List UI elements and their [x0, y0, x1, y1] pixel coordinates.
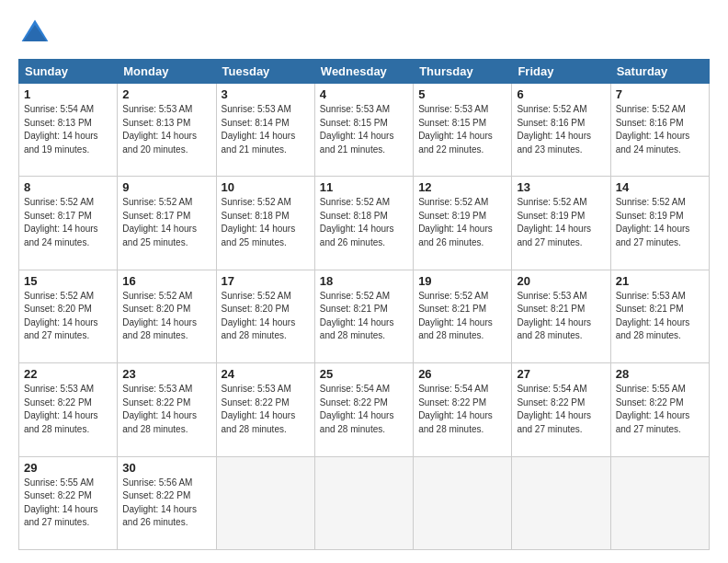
day-cell-13: 13Sunrise: 5:52 AMSunset: 8:19 PMDayligh…: [512, 177, 610, 270]
day-info: Sunrise: 5:52 AMSunset: 8:20 PMDaylight:…: [222, 290, 310, 343]
day-cell-18: 18Sunrise: 5:52 AMSunset: 8:21 PMDayligh…: [314, 270, 413, 362]
col-header-thursday: Thursday: [414, 60, 512, 84]
col-header-wednesday: Wednesday: [314, 60, 413, 84]
day-info: Sunrise: 5:52 AMSunset: 8:21 PMDaylight:…: [320, 290, 408, 343]
day-info: Sunrise: 5:52 AMSunset: 8:20 PMDaylight:…: [24, 290, 112, 343]
col-header-saturday: Saturday: [610, 60, 709, 84]
day-number: 27: [517, 367, 605, 381]
day-number: 30: [122, 461, 210, 475]
day-info: Sunrise: 5:52 AMSunset: 8:17 PMDaylight:…: [24, 196, 112, 249]
day-number: 23: [122, 367, 210, 381]
day-cell-27: 27Sunrise: 5:54 AMSunset: 8:22 PMDayligh…: [512, 363, 610, 456]
day-cell-25: 25Sunrise: 5:54 AMSunset: 8:22 PMDayligh…: [314, 363, 413, 456]
empty-cell: [610, 456, 709, 549]
day-cell-26: 26Sunrise: 5:54 AMSunset: 8:22 PMDayligh…: [414, 363, 512, 456]
day-info: Sunrise: 5:53 AMSunset: 8:22 PMDaylight:…: [222, 383, 310, 436]
day-number: 6: [517, 87, 605, 101]
day-number: 14: [616, 180, 704, 194]
day-number: 25: [320, 367, 408, 381]
day-number: 21: [616, 274, 704, 288]
day-info: Sunrise: 5:54 AMSunset: 8:22 PMDaylight:…: [418, 383, 506, 436]
day-info: Sunrise: 5:52 AMSunset: 8:19 PMDaylight:…: [418, 196, 506, 249]
day-cell-1: 1Sunrise: 5:54 AMSunset: 8:13 PMDaylight…: [19, 84, 118, 177]
day-info: Sunrise: 5:55 AMSunset: 8:22 PMDaylight:…: [24, 477, 112, 530]
day-info: Sunrise: 5:53 AMSunset: 8:15 PMDaylight:…: [418, 103, 506, 156]
day-cell-12: 12Sunrise: 5:52 AMSunset: 8:19 PMDayligh…: [414, 177, 512, 270]
empty-cell: [414, 456, 512, 549]
day-info: Sunrise: 5:55 AMSunset: 8:22 PMDaylight:…: [616, 383, 704, 436]
day-number: 2: [122, 87, 210, 101]
calendar-table: SundayMondayTuesdayWednesdayThursdayFrid…: [18, 59, 710, 550]
day-cell-5: 5Sunrise: 5:53 AMSunset: 8:15 PMDaylight…: [414, 84, 512, 177]
day-number: 13: [517, 180, 605, 194]
day-cell-20: 20Sunrise: 5:53 AMSunset: 8:21 PMDayligh…: [512, 270, 610, 362]
day-number: 29: [24, 461, 112, 475]
header-row: SundayMondayTuesdayWednesdayThursdayFrid…: [19, 60, 710, 84]
day-number: 8: [24, 180, 112, 194]
day-cell-2: 2Sunrise: 5:53 AMSunset: 8:13 PMDaylight…: [118, 84, 216, 177]
day-number: 5: [418, 87, 506, 101]
day-info: Sunrise: 5:53 AMSunset: 8:13 PMDaylight:…: [122, 103, 210, 156]
day-info: Sunrise: 5:53 AMSunset: 8:22 PMDaylight:…: [24, 383, 112, 436]
day-cell-8: 8Sunrise: 5:52 AMSunset: 8:17 PMDaylight…: [19, 177, 118, 270]
empty-cell: [314, 456, 413, 549]
day-info: Sunrise: 5:54 AMSunset: 8:13 PMDaylight:…: [24, 103, 112, 156]
day-cell-23: 23Sunrise: 5:53 AMSunset: 8:22 PMDayligh…: [118, 363, 216, 456]
day-number: 17: [222, 274, 310, 288]
day-info: Sunrise: 5:52 AMSunset: 8:16 PMDaylight:…: [517, 103, 605, 156]
day-info: Sunrise: 5:52 AMSunset: 8:19 PMDaylight:…: [517, 196, 605, 249]
page: SundayMondayTuesdayWednesdayThursdayFrid…: [0, 0, 728, 563]
day-cell-15: 15Sunrise: 5:52 AMSunset: 8:20 PMDayligh…: [19, 270, 118, 362]
day-cell-19: 19Sunrise: 5:52 AMSunset: 8:21 PMDayligh…: [414, 270, 512, 362]
week-row-3: 15Sunrise: 5:52 AMSunset: 8:20 PMDayligh…: [19, 270, 710, 362]
day-cell-7: 7Sunrise: 5:52 AMSunset: 8:16 PMDaylight…: [610, 84, 709, 177]
day-number: 22: [24, 367, 112, 381]
day-cell-16: 16Sunrise: 5:52 AMSunset: 8:20 PMDayligh…: [118, 270, 216, 362]
week-row-5: 29Sunrise: 5:55 AMSunset: 8:22 PMDayligh…: [19, 456, 710, 549]
day-info: Sunrise: 5:54 AMSunset: 8:22 PMDaylight:…: [517, 383, 605, 436]
day-number: 3: [222, 87, 310, 101]
day-info: Sunrise: 5:53 AMSunset: 8:14 PMDaylight:…: [222, 103, 310, 156]
day-info: Sunrise: 5:52 AMSunset: 8:19 PMDaylight:…: [616, 196, 704, 249]
day-info: Sunrise: 5:54 AMSunset: 8:22 PMDaylight:…: [320, 383, 408, 436]
day-cell-6: 6Sunrise: 5:52 AMSunset: 8:16 PMDaylight…: [512, 84, 610, 177]
day-cell-4: 4Sunrise: 5:53 AMSunset: 8:15 PMDaylight…: [314, 84, 413, 177]
day-number: 15: [24, 274, 112, 288]
day-number: 28: [616, 367, 704, 381]
day-cell-28: 28Sunrise: 5:55 AMSunset: 8:22 PMDayligh…: [610, 363, 709, 456]
day-number: 19: [418, 274, 506, 288]
day-cell-29: 29Sunrise: 5:55 AMSunset: 8:22 PMDayligh…: [19, 456, 118, 549]
day-cell-9: 9Sunrise: 5:52 AMSunset: 8:17 PMDaylight…: [118, 177, 216, 270]
day-number: 20: [517, 274, 605, 288]
week-row-1: 1Sunrise: 5:54 AMSunset: 8:13 PMDaylight…: [19, 84, 710, 177]
day-number: 1: [24, 87, 112, 101]
day-info: Sunrise: 5:52 AMSunset: 8:21 PMDaylight:…: [418, 290, 506, 343]
col-header-tuesday: Tuesday: [216, 60, 314, 84]
logo: [18, 17, 55, 50]
week-row-4: 22Sunrise: 5:53 AMSunset: 8:22 PMDayligh…: [19, 363, 710, 456]
day-info: Sunrise: 5:52 AMSunset: 8:17 PMDaylight:…: [122, 196, 210, 249]
day-number: 16: [122, 274, 210, 288]
day-number: 26: [418, 367, 506, 381]
col-header-friday: Friday: [512, 60, 610, 84]
day-number: 11: [320, 180, 408, 194]
day-cell-3: 3Sunrise: 5:53 AMSunset: 8:14 PMDaylight…: [216, 84, 314, 177]
day-number: 12: [418, 180, 506, 194]
day-number: 10: [222, 180, 310, 194]
day-cell-24: 24Sunrise: 5:53 AMSunset: 8:22 PMDayligh…: [216, 363, 314, 456]
day-cell-11: 11Sunrise: 5:52 AMSunset: 8:18 PMDayligh…: [314, 177, 413, 270]
day-info: Sunrise: 5:56 AMSunset: 8:22 PMDaylight:…: [122, 477, 210, 530]
day-info: Sunrise: 5:53 AMSunset: 8:21 PMDaylight:…: [616, 290, 704, 343]
day-number: 9: [122, 180, 210, 194]
day-number: 24: [222, 367, 310, 381]
header: [18, 17, 710, 50]
day-cell-30: 30Sunrise: 5:56 AMSunset: 8:22 PMDayligh…: [118, 456, 216, 549]
col-header-monday: Monday: [118, 60, 216, 84]
day-info: Sunrise: 5:53 AMSunset: 8:21 PMDaylight:…: [517, 290, 605, 343]
day-info: Sunrise: 5:52 AMSunset: 8:18 PMDaylight:…: [222, 196, 310, 249]
empty-cell: [216, 456, 314, 549]
day-number: 4: [320, 87, 408, 101]
day-number: 7: [616, 87, 704, 101]
day-cell-14: 14Sunrise: 5:52 AMSunset: 8:19 PMDayligh…: [610, 177, 709, 270]
day-info: Sunrise: 5:52 AMSunset: 8:20 PMDaylight:…: [122, 290, 210, 343]
